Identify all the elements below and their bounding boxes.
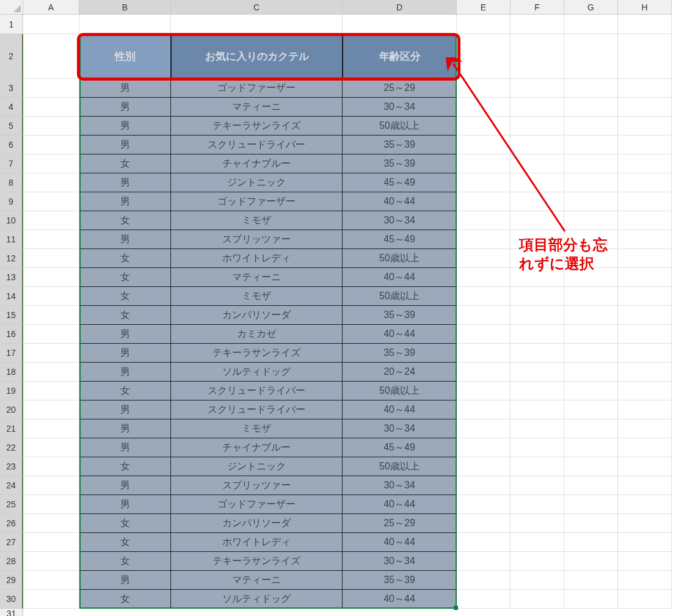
- cell-H17[interactable]: [618, 344, 672, 363]
- cell-G4[interactable]: [564, 98, 618, 117]
- cell-B4[interactable]: 男: [79, 98, 171, 117]
- cell-D25[interactable]: 40～44: [343, 495, 457, 514]
- cell-H13[interactable]: [618, 268, 672, 287]
- cell-B30[interactable]: 女: [79, 590, 171, 609]
- cell-D6[interactable]: 35～39: [343, 136, 457, 154]
- cell-E18[interactable]: [457, 363, 511, 382]
- cell-C6[interactable]: スクリュードライバー: [171, 136, 343, 154]
- cell-E14[interactable]: [457, 287, 511, 306]
- cell-E25[interactable]: [457, 495, 511, 514]
- cell-F5[interactable]: [511, 117, 564, 136]
- cell-H22[interactable]: [618, 438, 672, 457]
- cell-A11[interactable]: [23, 230, 79, 249]
- cell-F24[interactable]: [511, 476, 564, 495]
- row-header-15[interactable]: 15: [0, 306, 23, 325]
- cell-F20[interactable]: [511, 400, 564, 419]
- cell-B25[interactable]: 男: [79, 495, 171, 514]
- cell-B8[interactable]: 男: [79, 173, 171, 192]
- cell-A28[interactable]: [23, 552, 79, 571]
- cell-F30[interactable]: [511, 590, 564, 609]
- cell-D18[interactable]: 20～24: [343, 363, 457, 382]
- cell-E2[interactable]: [457, 34, 511, 79]
- cell-F29[interactable]: [511, 571, 564, 590]
- cell-D28[interactable]: 30～34: [343, 552, 457, 571]
- cell-H16[interactable]: [618, 325, 672, 344]
- cell-D12[interactable]: 50歳以上: [343, 249, 457, 268]
- cell-E22[interactable]: [457, 438, 511, 457]
- cell-B23[interactable]: 女: [79, 457, 171, 476]
- cell-D27[interactable]: 40～44: [343, 533, 457, 552]
- cell-C28[interactable]: テキーラサンライズ: [171, 552, 343, 571]
- cell-F1[interactable]: [511, 15, 564, 34]
- row-header-31[interactable]: 31: [0, 609, 23, 616]
- cell-G21[interactable]: [564, 419, 618, 438]
- row-header-23[interactable]: 23: [0, 457, 23, 476]
- cell-G16[interactable]: [564, 325, 618, 344]
- cell-C4[interactable]: マティーニ: [171, 98, 343, 117]
- cell-F14[interactable]: [511, 287, 564, 306]
- cell-G9[interactable]: [564, 192, 618, 211]
- cell-H30[interactable]: [618, 590, 672, 609]
- cell-B24[interactable]: 男: [79, 476, 171, 495]
- row-header-1[interactable]: 1: [0, 15, 23, 34]
- cell-C3[interactable]: ゴッドファーザー: [171, 79, 343, 98]
- row-header-11[interactable]: 11: [0, 230, 23, 249]
- row-header-30[interactable]: 30: [0, 590, 23, 609]
- cell-D26[interactable]: 25～29: [343, 514, 457, 533]
- cell-A8[interactable]: [23, 173, 79, 192]
- row-header-13[interactable]: 13: [0, 268, 23, 287]
- row-header-16[interactable]: 16: [0, 325, 23, 344]
- cell-A21[interactable]: [23, 419, 79, 438]
- column-header-H[interactable]: H: [618, 0, 672, 15]
- grid-area[interactable]: 性別お気に入りのカクテル年齢区分男ゴッドファーザー25～29男マティーニ30～3…: [23, 15, 672, 616]
- cell-H10[interactable]: [618, 211, 672, 230]
- cell-E9[interactable]: [457, 192, 511, 211]
- cell-F27[interactable]: [511, 533, 564, 552]
- cell-B19[interactable]: 女: [79, 382, 171, 400]
- row-header-4[interactable]: 4: [0, 98, 23, 117]
- cell-F9[interactable]: [511, 192, 564, 211]
- row-header-29[interactable]: 29: [0, 571, 23, 590]
- cell-H26[interactable]: [618, 514, 672, 533]
- cell-G7[interactable]: [564, 154, 618, 173]
- cell-H6[interactable]: [618, 136, 672, 154]
- row-header-27[interactable]: 27: [0, 533, 23, 552]
- cell-A24[interactable]: [23, 476, 79, 495]
- cell-E26[interactable]: [457, 514, 511, 533]
- cell-B26[interactable]: 女: [79, 514, 171, 533]
- cell-B9[interactable]: 男: [79, 192, 171, 211]
- cell-B15[interactable]: 女: [79, 306, 171, 325]
- cell-G30[interactable]: [564, 590, 618, 609]
- cell-F8[interactable]: [511, 173, 564, 192]
- cell-B10[interactable]: 女: [79, 211, 171, 230]
- cell-F26[interactable]: [511, 514, 564, 533]
- cell-A3[interactable]: [23, 79, 79, 98]
- select-all-corner[interactable]: [0, 0, 23, 15]
- cell-E24[interactable]: [457, 476, 511, 495]
- cell-A18[interactable]: [23, 363, 79, 382]
- cell-D9[interactable]: 40～44: [343, 192, 457, 211]
- cell-E5[interactable]: [457, 117, 511, 136]
- cell-F18[interactable]: [511, 363, 564, 382]
- cell-C1[interactable]: [171, 15, 343, 34]
- cell-B7[interactable]: 女: [79, 154, 171, 173]
- row-header-17[interactable]: 17: [0, 344, 23, 363]
- cell-A23[interactable]: [23, 457, 79, 476]
- column-header-F[interactable]: F: [511, 0, 564, 15]
- row-header-5[interactable]: 5: [0, 117, 23, 136]
- cell-G24[interactable]: [564, 476, 618, 495]
- cell-A14[interactable]: [23, 287, 79, 306]
- cell-C22[interactable]: チャイナブルー: [171, 438, 343, 457]
- cell-F17[interactable]: [511, 344, 564, 363]
- row-header-3[interactable]: 3: [0, 79, 23, 98]
- cell-F16[interactable]: [511, 325, 564, 344]
- cell-C8[interactable]: ジントニック: [171, 173, 343, 192]
- cell-D10[interactable]: 30～34: [343, 211, 457, 230]
- cell-D23[interactable]: 50歳以上: [343, 457, 457, 476]
- cell-D2[interactable]: 年齢区分: [343, 34, 457, 79]
- cell-D5[interactable]: 50歳以上: [343, 117, 457, 136]
- row-header-20[interactable]: 20: [0, 400, 23, 419]
- cell-B16[interactable]: 男: [79, 325, 171, 344]
- cell-A27[interactable]: [23, 533, 79, 552]
- cell-A10[interactable]: [23, 211, 79, 230]
